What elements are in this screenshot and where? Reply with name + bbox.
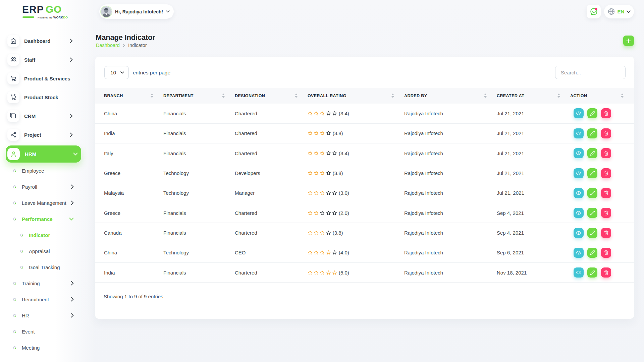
sidebar-subitem-appraisal[interactable]: Appraisal bbox=[0, 243, 88, 259]
sidebar-subitem-recruitment[interactable]: Recruitment bbox=[0, 291, 88, 307]
sort-icon[interactable] bbox=[621, 94, 624, 98]
sidebar-item-project[interactable]: Project bbox=[0, 125, 88, 144]
sidebar-subitem-hr[interactable]: HR bbox=[0, 307, 88, 323]
sidebar-item-dashboard[interactable]: Dashboard bbox=[0, 32, 88, 50]
sidebar-subitem-payroll[interactable]: Payroll bbox=[0, 179, 88, 195]
sidebar-subitem-label: Appraisal bbox=[29, 248, 50, 254]
column-header-designation[interactable]: DESIGNATION bbox=[226, 88, 299, 104]
column-header-added-by[interactable]: ADDED BY bbox=[395, 88, 488, 104]
bullet-ring-icon bbox=[19, 265, 24, 269]
delete-button[interactable] bbox=[601, 168, 611, 178]
column-header-action[interactable]: ACTION bbox=[561, 88, 634, 104]
cell-created-at: Nov 18, 2021 bbox=[488, 263, 561, 283]
column-header-overall-rating[interactable]: OVERALL RATING bbox=[299, 88, 395, 104]
delete-button[interactable] bbox=[601, 208, 611, 218]
delete-button[interactable] bbox=[601, 188, 611, 198]
edit-button[interactable] bbox=[587, 248, 597, 258]
cell-overall-rating: (3.8) bbox=[299, 223, 395, 243]
cell-action bbox=[561, 223, 634, 243]
sort-icon[interactable] bbox=[222, 94, 225, 98]
delete-button[interactable] bbox=[601, 108, 611, 118]
edit-button[interactable] bbox=[587, 148, 597, 158]
search-input[interactable] bbox=[555, 66, 626, 79]
sort-icon[interactable] bbox=[151, 94, 153, 98]
edit-button[interactable] bbox=[587, 267, 597, 278]
sidebar-item-label: Project bbox=[24, 132, 41, 138]
cell-branch: India bbox=[95, 263, 155, 283]
rating-value: (5.0) bbox=[339, 270, 349, 276]
sort-icon[interactable] bbox=[484, 94, 487, 98]
cell-overall-rating: (2.0) bbox=[299, 203, 395, 223]
sidebar-subitem-meeting[interactable]: Meeting bbox=[0, 340, 88, 356]
star-rating bbox=[308, 250, 338, 255]
bullet-ring-icon bbox=[12, 217, 17, 221]
chevron-right-icon bbox=[70, 57, 73, 62]
view-button[interactable] bbox=[574, 188, 584, 198]
column-label: DESIGNATION bbox=[235, 94, 265, 98]
sidebar-subitem-employee[interactable]: Employee bbox=[0, 163, 88, 179]
edit-button[interactable] bbox=[587, 208, 597, 218]
sidebar-item-hrm[interactable]: HRM bbox=[6, 145, 81, 163]
column-header-branch[interactable]: BRANCH bbox=[95, 88, 155, 104]
delete-button[interactable] bbox=[601, 267, 611, 278]
messenger-button[interactable] bbox=[587, 5, 601, 18]
edit-button[interactable] bbox=[587, 128, 597, 138]
brand-powered: Powered By WORKDO bbox=[38, 16, 68, 19]
entries-per-page-select[interactable]: 10 bbox=[104, 66, 129, 79]
view-button[interactable] bbox=[574, 248, 584, 258]
delete-button[interactable] bbox=[601, 128, 611, 138]
chevron-down-icon bbox=[166, 10, 170, 13]
view-button[interactable] bbox=[574, 228, 584, 238]
edit-button[interactable] bbox=[587, 108, 597, 118]
view-button[interactable] bbox=[574, 168, 584, 178]
cell-branch: Italy bbox=[95, 143, 155, 163]
cell-created-at: Sep 4, 2021 bbox=[488, 223, 561, 243]
sidebar-subitem-performance[interactable]: Performance bbox=[0, 211, 88, 227]
cell-overall-rating: (3.4) bbox=[299, 104, 395, 123]
edit-button[interactable] bbox=[587, 168, 597, 178]
view-button[interactable] bbox=[574, 128, 584, 138]
edit-button[interactable] bbox=[587, 188, 597, 198]
brand-logo[interactable]: ERPGO Powered By WORKDO bbox=[22, 4, 86, 14]
bullet-ring-icon bbox=[12, 297, 17, 302]
sidebar-item-crm[interactable]: CRM bbox=[0, 107, 88, 125]
sort-icon[interactable] bbox=[391, 94, 394, 98]
view-button[interactable] bbox=[574, 267, 584, 278]
table-row: Malaysia Technology Manager (3.0) Rajodi… bbox=[95, 183, 634, 203]
rating-value: (3.4) bbox=[339, 111, 349, 116]
view-button[interactable] bbox=[574, 208, 584, 218]
sidebar-subitem-goal-tracking[interactable]: Goal Tracking bbox=[0, 259, 88, 275]
sidebar-item-product-stock[interactable]: Product Stock bbox=[0, 88, 88, 107]
delete-button[interactable] bbox=[601, 148, 611, 158]
edit-button[interactable] bbox=[587, 228, 597, 238]
column-header-created-at[interactable]: CREATED AT bbox=[488, 88, 561, 104]
column-label: ACTION bbox=[570, 94, 587, 98]
cell-created-at: Jul 21, 2021 bbox=[488, 143, 561, 163]
language-selector[interactable]: EN bbox=[604, 5, 634, 18]
column-header-department[interactable]: DEPARTMENT bbox=[155, 88, 226, 104]
cell-department: Financials bbox=[155, 143, 226, 163]
sidebar-subitem-label: Performance bbox=[22, 216, 53, 222]
cell-department: Technology bbox=[155, 183, 226, 203]
sidebar-subitem-indicator[interactable]: Indicator bbox=[0, 227, 88, 243]
view-button[interactable] bbox=[574, 108, 584, 118]
sidebar-subitem-leave-management[interactable]: Leave Management bbox=[0, 195, 88, 211]
cell-overall-rating: (3.4) bbox=[299, 143, 395, 163]
user-menu[interactable]: Hi, Rajodiya Infotech! bbox=[99, 4, 174, 19]
breadcrumb-dashboard-link[interactable]: Dashboard bbox=[96, 43, 120, 48]
view-button[interactable] bbox=[574, 148, 584, 158]
cell-action bbox=[561, 123, 634, 143]
sidebar-item-product-services[interactable]: Product & Services bbox=[0, 69, 88, 88]
sidebar-subitem-training[interactable]: Training bbox=[0, 275, 88, 291]
sidebar-item-staff[interactable]: Staff bbox=[0, 50, 88, 69]
cell-overall-rating: (3.8) bbox=[299, 163, 395, 183]
sidebar-subitem-event[interactable]: Event bbox=[0, 323, 88, 340]
cell-created-at: Jul 21, 2021 bbox=[488, 104, 561, 123]
delete-button[interactable] bbox=[601, 228, 611, 238]
add-indicator-button[interactable] bbox=[623, 36, 634, 46]
delete-button[interactable] bbox=[601, 248, 611, 258]
indicator-table: BRANCH DEPARTMENT DESIGNATION OVERALL RA… bbox=[95, 88, 634, 283]
cell-action bbox=[561, 143, 634, 163]
sort-icon[interactable] bbox=[557, 94, 560, 98]
sort-icon[interactable] bbox=[295, 94, 298, 98]
